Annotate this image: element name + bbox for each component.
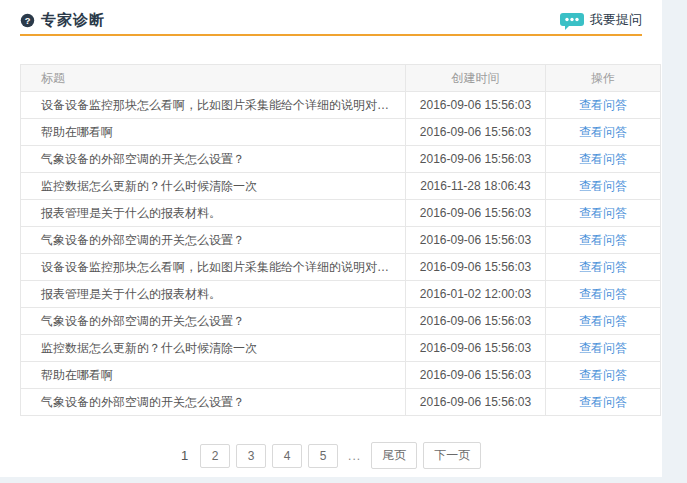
- table-row: 报表管理是关于什么的报表材料。2016-09-06 15:56:03查看问答: [21, 200, 661, 227]
- view-answer-link[interactable]: 查看问答: [579, 395, 627, 409]
- question-title: 监控数据怎么更新的？什么时候清除一次: [21, 173, 406, 200]
- created-time: 2016-11-28 18:06:43: [406, 173, 546, 200]
- question-title: 报表管理是关于什么的报表材料。: [21, 200, 406, 227]
- content-panel: ? 专家诊断 我要提问 标题 创建时间 操作: [0, 0, 662, 477]
- chat-bubble-icon: [560, 13, 584, 30]
- column-header-title: 标题: [21, 65, 406, 92]
- created-time: 2016-09-06 15:56:03: [406, 308, 546, 335]
- page-button[interactable]: 3: [236, 444, 266, 468]
- action-cell: 查看问答: [546, 200, 661, 227]
- created-time: 2016-09-06 15:56:03: [406, 227, 546, 254]
- view-answer-link[interactable]: 查看问答: [579, 314, 627, 328]
- view-answer-link[interactable]: 查看问答: [579, 98, 627, 112]
- view-answer-link[interactable]: 查看问答: [579, 368, 627, 382]
- question-title: 报表管理是关于什么的报表材料。: [21, 281, 406, 308]
- created-time: 2016-09-06 15:56:03: [406, 119, 546, 146]
- table-header-row: 标题 创建时间 操作: [21, 65, 661, 92]
- pagination: 1 2345 ... 尾页 下一页: [0, 442, 662, 469]
- created-time: 2016-09-06 15:56:03: [406, 254, 546, 281]
- next-page-button[interactable]: 下一页: [423, 442, 481, 469]
- column-header-created: 创建时间: [406, 65, 546, 92]
- question-title: 气象设备的外部空调的开关怎么设置？: [21, 389, 406, 416]
- question-title: 帮助在哪看啊: [21, 119, 406, 146]
- created-time: 2016-09-06 15:56:03: [406, 362, 546, 389]
- view-answer-link[interactable]: 查看问答: [579, 260, 627, 274]
- question-table-body: 设备设备监控那块怎么看啊，比如图片采集能给个详细的说明对这块不是很懂...201…: [21, 92, 661, 416]
- pagination-pages: 2345: [200, 444, 338, 468]
- table-row: 气象设备的外部空调的开关怎么设置？2016-09-06 15:56:03查看问答: [21, 389, 661, 416]
- created-time: 2016-09-06 15:56:03: [406, 92, 546, 119]
- action-cell: 查看问答: [546, 146, 661, 173]
- question-badge-icon: ?: [20, 13, 35, 28]
- action-cell: 查看问答: [546, 281, 661, 308]
- action-cell: 查看问答: [546, 335, 661, 362]
- table-row: 设备设备监控那块怎么看啊，比如图片采集能给个详细的说明对这块不是很懂...201…: [21, 92, 661, 119]
- question-title: 帮助在哪看啊: [21, 362, 406, 389]
- action-cell: 查看问答: [546, 173, 661, 200]
- question-title: 气象设备的外部空调的开关怎么设置？: [21, 146, 406, 173]
- table-row: 气象设备的外部空调的开关怎么设置？2016-09-06 15:56:03查看问答: [21, 308, 661, 335]
- pagination-ellipsis: ...: [348, 449, 361, 463]
- table-row: 气象设备的外部空调的开关怎么设置？2016-09-06 15:56:03查看问答: [21, 227, 661, 254]
- page-button[interactable]: 2: [200, 444, 230, 468]
- page-header: ? 专家诊断 我要提问: [20, 0, 642, 36]
- table-row: 帮助在哪看啊2016-09-06 15:56:03查看问答: [21, 362, 661, 389]
- view-answer-link[interactable]: 查看问答: [579, 206, 627, 220]
- action-cell: 查看问答: [546, 254, 661, 281]
- last-page-button[interactable]: 尾页: [371, 442, 417, 469]
- created-time: 2016-09-06 15:56:03: [406, 335, 546, 362]
- table-row: 帮助在哪看啊2016-09-06 15:56:03查看问答: [21, 119, 661, 146]
- view-answer-link[interactable]: 查看问答: [579, 287, 627, 301]
- view-answer-link[interactable]: 查看问答: [579, 179, 627, 193]
- action-cell: 查看问答: [546, 119, 661, 146]
- created-time: 2016-09-06 15:56:03: [406, 146, 546, 173]
- table-row: 设备设备监控那块怎么看啊，比如图片采集能给个详细的说明对这块不是很懂...201…: [21, 254, 661, 281]
- view-answer-link[interactable]: 查看问答: [579, 152, 627, 166]
- created-time: 2016-01-02 12:00:03: [406, 281, 546, 308]
- page-title: 专家诊断: [41, 11, 105, 30]
- current-page: 1: [181, 448, 188, 463]
- created-time: 2016-09-06 15:56:03: [406, 200, 546, 227]
- question-table: 标题 创建时间 操作 设备设备监控那块怎么看啊，比如图片采集能给个详细的说明对这…: [20, 64, 661, 416]
- action-cell: 查看问答: [546, 308, 661, 335]
- action-cell: 查看问答: [546, 227, 661, 254]
- question-title: 设备设备监控那块怎么看啊，比如图片采集能给个详细的说明对这块不是很懂...: [21, 92, 406, 119]
- page-title-group: ? 专家诊断: [20, 11, 105, 30]
- view-answer-link[interactable]: 查看问答: [579, 341, 627, 355]
- question-title: 气象设备的外部空调的开关怎么设置？: [21, 308, 406, 335]
- view-answer-link[interactable]: 查看问答: [579, 125, 627, 139]
- table-row: 气象设备的外部空调的开关怎么设置？2016-09-06 15:56:03查看问答: [21, 146, 661, 173]
- ask-question-label: 我要提问: [590, 11, 642, 29]
- action-cell: 查看问答: [546, 389, 661, 416]
- question-title: 监控数据怎么更新的？什么时候清除一次: [21, 335, 406, 362]
- action-cell: 查看问答: [546, 92, 661, 119]
- table-row: 监控数据怎么更新的？什么时候清除一次2016-09-06 15:56:03查看问…: [21, 335, 661, 362]
- column-header-action: 操作: [546, 65, 661, 92]
- question-title: 设备设备监控那块怎么看啊，比如图片采集能给个详细的说明对这块不是很懂...: [21, 254, 406, 281]
- table-row: 监控数据怎么更新的？什么时候清除一次2016-11-28 18:06:43查看问…: [21, 173, 661, 200]
- created-time: 2016-09-06 15:56:03: [406, 389, 546, 416]
- view-answer-link[interactable]: 查看问答: [579, 233, 627, 247]
- action-cell: 查看问答: [546, 362, 661, 389]
- page-button[interactable]: 4: [272, 444, 302, 468]
- question-title: 气象设备的外部空调的开关怎么设置？: [21, 227, 406, 254]
- ask-question-button[interactable]: 我要提问: [560, 11, 642, 30]
- table-row: 报表管理是关于什么的报表材料。2016-01-02 12:00:03查看问答: [21, 281, 661, 308]
- svg-text:?: ?: [25, 16, 31, 26]
- page-button[interactable]: 5: [308, 444, 338, 468]
